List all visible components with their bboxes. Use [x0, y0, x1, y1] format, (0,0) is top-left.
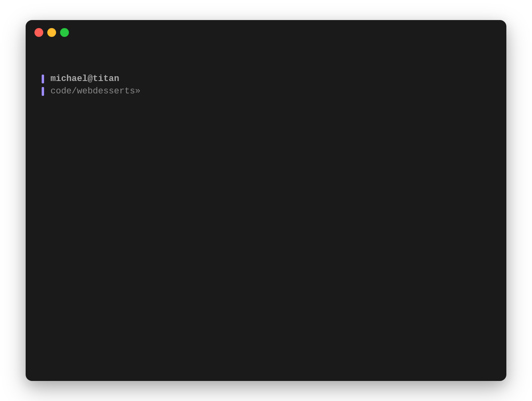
maximize-button[interactable]: [60, 28, 69, 37]
prompt-marker-icon: [42, 75, 44, 83]
terminal-window: michael@titan code/webdesserts»: [26, 20, 506, 381]
minimize-button[interactable]: [47, 28, 56, 37]
window-controls: [26, 20, 506, 37]
prompt-line-1: michael@titan: [42, 73, 490, 85]
terminal-body[interactable]: michael@titan code/webdesserts»: [26, 37, 506, 381]
prompt-user-host: michael@titan: [50, 73, 119, 85]
prompt-line-2: code/webdesserts»: [42, 85, 490, 98]
close-button[interactable]: [34, 28, 43, 37]
prompt-path: code/webdesserts»: [50, 85, 140, 98]
prompt-marker-icon: [42, 87, 44, 96]
